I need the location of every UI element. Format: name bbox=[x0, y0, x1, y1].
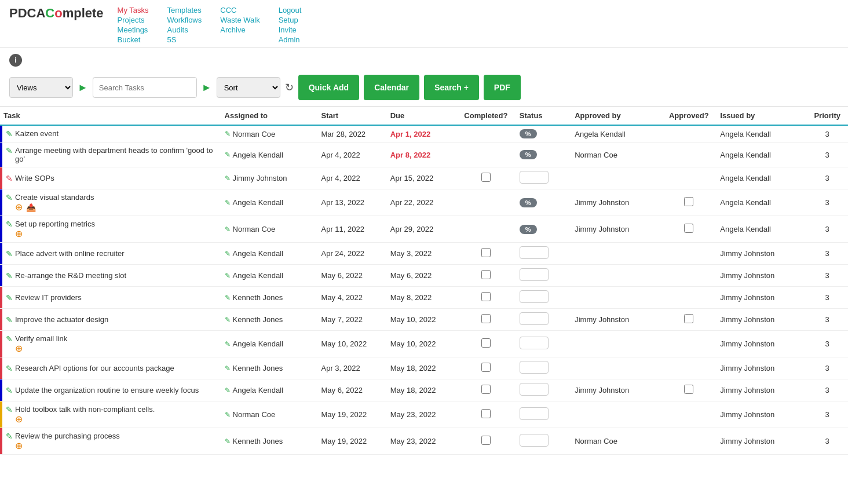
assigned-cell: ✎ Norman Coe bbox=[221, 401, 318, 428]
assigned-edit-icon[interactable]: ✎ bbox=[225, 272, 231, 280]
status-empty[interactable] bbox=[520, 246, 549, 259]
assigned-edit-icon[interactable]: ✎ bbox=[225, 199, 231, 207]
approved-checkbox[interactable] bbox=[684, 197, 693, 206]
nav-admin[interactable]: Admin bbox=[279, 35, 302, 44]
approved-cell bbox=[661, 143, 717, 167]
status-badge[interactable]: % bbox=[520, 150, 537, 159]
completed-checkbox[interactable] bbox=[481, 338, 491, 348]
sort-select[interactable]: Sort bbox=[217, 77, 280, 98]
nav-workflows[interactable]: Workflows bbox=[167, 16, 202, 24]
status-badge[interactable]: % bbox=[520, 129, 537, 138]
assigned-edit-icon[interactable]: ✎ bbox=[225, 386, 231, 395]
approved-by-cell: Jimmy Johnston bbox=[571, 379, 661, 401]
nav-ccc[interactable]: CCC bbox=[220, 6, 259, 14]
edit-icon[interactable]: ✎ bbox=[6, 364, 13, 373]
circle-plus-icon[interactable]: ⊕ bbox=[15, 203, 23, 212]
completed-checkbox[interactable] bbox=[481, 270, 491, 279]
nav-logout[interactable]: Logout bbox=[279, 6, 302, 14]
circle-plus-icon[interactable]: ⊕ bbox=[15, 441, 23, 451]
nav-5s[interactable]: 5S bbox=[167, 35, 202, 44]
task-name: Kaizen event bbox=[15, 129, 59, 138]
status-empty[interactable] bbox=[520, 361, 549, 374]
assigned-edit-icon[interactable]: ✎ bbox=[225, 316, 231, 324]
circle-plus-icon[interactable]: ⊕ bbox=[15, 229, 23, 239]
assigned-edit-icon[interactable]: ✎ bbox=[225, 364, 231, 372]
edit-icon[interactable]: ✎ bbox=[6, 146, 13, 155]
assigned-edit-icon[interactable]: ✎ bbox=[225, 174, 231, 182]
task-cell: ✎ Improve the actuator design bbox=[0, 309, 221, 331]
sort-arrow[interactable]: ► bbox=[202, 82, 212, 94]
nav-bucket[interactable]: Bucket bbox=[118, 35, 149, 44]
assigned-cell: ✎ Kenneth Jones bbox=[221, 287, 318, 309]
assigned-edit-icon[interactable]: ✎ bbox=[225, 340, 231, 348]
status-empty[interactable] bbox=[520, 383, 549, 396]
edit-icon[interactable]: ✎ bbox=[6, 334, 13, 344]
completed-checkbox[interactable] bbox=[481, 292, 491, 301]
assigned-edit-icon[interactable]: ✎ bbox=[225, 411, 231, 419]
calendar-button[interactable]: Calendar bbox=[364, 75, 419, 100]
approved-checkbox[interactable] bbox=[684, 224, 693, 233]
edit-icon[interactable]: ✎ bbox=[6, 271, 13, 280]
edit-icon[interactable]: ✎ bbox=[6, 405, 13, 414]
nav-my-tasks[interactable]: My Tasks bbox=[118, 6, 149, 14]
edit-icon[interactable]: ✎ bbox=[6, 249, 13, 258]
circle-plus-icon[interactable]: ⊕ bbox=[15, 344, 23, 353]
nav-waste-walk[interactable]: Waste Walk bbox=[220, 16, 259, 24]
status-empty[interactable] bbox=[520, 407, 549, 420]
nav-setup[interactable]: Setup bbox=[279, 16, 302, 24]
assigned-edit-icon[interactable]: ✎ bbox=[225, 225, 231, 233]
completed-checkbox[interactable] bbox=[481, 409, 491, 418]
nav-templates[interactable]: Templates bbox=[167, 6, 202, 14]
logo-c: C bbox=[45, 6, 54, 20]
edit-icon[interactable]: ✎ bbox=[6, 432, 13, 441]
pdf-button[interactable]: PDF bbox=[484, 75, 521, 100]
status-empty[interactable] bbox=[520, 434, 549, 447]
completed-checkbox[interactable] bbox=[481, 363, 491, 372]
nav-meetings[interactable]: Meetings bbox=[118, 25, 149, 34]
status-empty[interactable] bbox=[520, 268, 549, 281]
edit-icon[interactable]: ✎ bbox=[6, 293, 13, 302]
edit-icon[interactable]: ✎ bbox=[6, 193, 13, 202]
approved-checkbox[interactable] bbox=[684, 385, 693, 394]
approved-checkbox[interactable] bbox=[684, 314, 693, 323]
status-empty[interactable] bbox=[520, 290, 549, 303]
assigned-edit-icon[interactable]: ✎ bbox=[225, 294, 231, 302]
completed-checkbox[interactable] bbox=[481, 385, 491, 394]
due-cell: Apr 15, 2022 bbox=[387, 167, 456, 189]
views-select[interactable]: Views bbox=[9, 77, 73, 98]
assigned-edit-icon[interactable]: ✎ bbox=[225, 250, 231, 258]
assigned-edit-icon[interactable]: ✎ bbox=[225, 130, 231, 138]
priority-cell: 3 bbox=[806, 309, 848, 331]
edit-icon[interactable]: ✎ bbox=[6, 220, 13, 229]
edit-icon[interactable]: ✎ bbox=[6, 386, 13, 395]
assigned-edit-icon[interactable]: ✎ bbox=[225, 151, 231, 159]
views-arrow[interactable]: ► bbox=[78, 82, 88, 94]
completed-checkbox[interactable] bbox=[481, 314, 491, 323]
search-plus-button[interactable]: Search + bbox=[424, 75, 479, 100]
edit-icon[interactable]: ✎ bbox=[6, 315, 13, 324]
assigned-name: Jimmy Johnston bbox=[233, 174, 287, 182]
edit-icon[interactable]: ✎ bbox=[6, 174, 13, 183]
nav-projects[interactable]: Projects bbox=[118, 16, 149, 24]
status-empty[interactable] bbox=[520, 337, 549, 349]
upload-icon[interactable]: 📤 bbox=[26, 203, 36, 212]
status-empty[interactable] bbox=[520, 312, 549, 325]
refresh-button[interactable]: ↻ bbox=[285, 81, 294, 94]
status-badge[interactable]: % bbox=[520, 225, 537, 234]
info-icon[interactable]: i bbox=[9, 54, 22, 67]
status-empty[interactable] bbox=[520, 171, 549, 184]
table-row: ✎ Update the organization routine to ens… bbox=[0, 379, 848, 401]
assigned-edit-icon[interactable]: ✎ bbox=[225, 437, 231, 445]
nav-audits[interactable]: Audits bbox=[167, 25, 202, 34]
completed-checkbox[interactable] bbox=[481, 248, 491, 257]
search-input[interactable] bbox=[93, 77, 197, 98]
nav-archive[interactable]: Archive bbox=[220, 25, 259, 34]
nav-invite[interactable]: Invite bbox=[279, 25, 302, 34]
status-badge[interactable]: % bbox=[520, 198, 537, 207]
quick-add-button[interactable]: Quick Add bbox=[298, 75, 360, 100]
completed-checkbox[interactable] bbox=[481, 436, 491, 445]
task-cell: ✎ Arrange meeting with department heads … bbox=[0, 143, 221, 167]
completed-checkbox[interactable] bbox=[481, 173, 491, 182]
circle-plus-icon[interactable]: ⊕ bbox=[15, 415, 23, 424]
edit-icon[interactable]: ✎ bbox=[6, 129, 13, 138]
